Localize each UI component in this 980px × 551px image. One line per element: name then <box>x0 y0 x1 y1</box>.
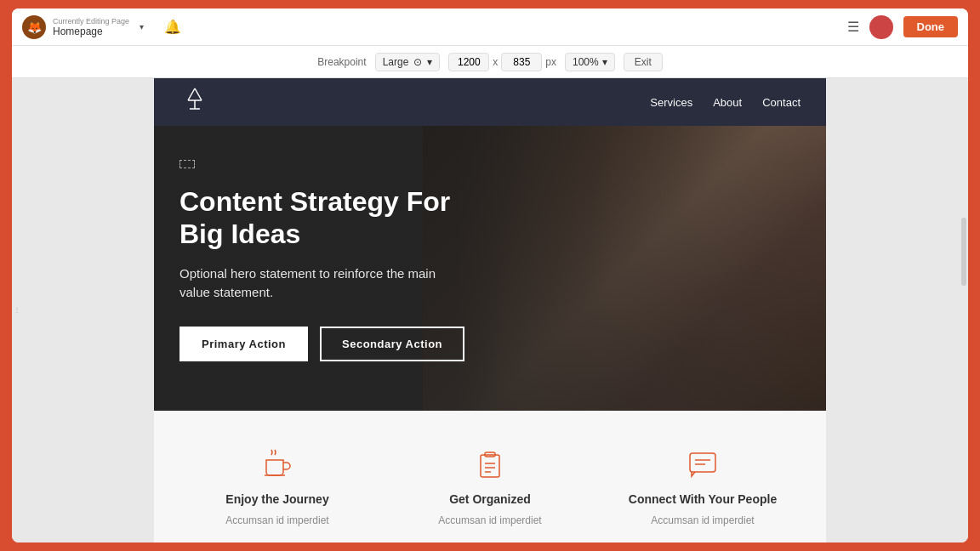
scroll-thumb[interactable] <box>961 218 966 286</box>
breakpoint-value: Large <box>383 56 409 68</box>
site-nav: Services About Contact <box>154 78 826 126</box>
top-bar-left: 🦊 Currently Editing Page Homepage ▾ 🔔 <box>22 15 181 39</box>
top-bar: 🦊 Currently Editing Page Homepage ▾ 🔔 ☰ … <box>12 9 968 46</box>
done-button[interactable]: Done <box>903 16 959 37</box>
user-avatar[interactable] <box>869 15 893 39</box>
scrollbar[interactable] <box>958 78 968 542</box>
avatar: 🦊 <box>22 15 46 39</box>
hero-buttons: Primary Action Secondary Action <box>179 327 469 361</box>
editor-chrome: 🦊 Currently Editing Page Homepage ▾ 🔔 ☰ … <box>12 9 968 542</box>
feature-desc-1: Accumsan id imperdiet <box>225 514 328 526</box>
logo-icon <box>179 85 210 116</box>
primary-action-button[interactable]: Primary Action <box>179 327 308 361</box>
feature-desc-3: Accumsan id imperdiet <box>651 514 754 526</box>
svg-rect-5 <box>481 455 499 477</box>
canvas-area: ⋮ Services About Contact <box>12 78 968 542</box>
chat-icon <box>683 445 722 484</box>
page-info: Currently Editing Page Homepage <box>53 17 129 37</box>
breakpoint-label: Breakpoint <box>317 56 366 68</box>
hero-content: Content Strategy For Big Ideas Optional … <box>179 160 469 361</box>
coffee-icon <box>258 445 297 484</box>
svg-line-0 <box>188 88 195 100</box>
site-logo <box>179 85 210 120</box>
zoom-value: 100% <box>573 56 599 68</box>
px-label: px <box>545 56 556 68</box>
feature-item-3: Connect With Your People Accumsan id imp… <box>605 445 801 526</box>
feature-item-2: Get Organized Accumsan id imperdiet <box>392 445 588 526</box>
features-section: Enjoy the Journey Accumsan id imperdiet <box>154 411 826 542</box>
dimension-inputs: x px <box>448 53 556 71</box>
secondary-action-button[interactable]: Secondary Action <box>320 327 464 361</box>
breakpoint-icon: ⊙ <box>413 56 422 68</box>
zoom-select[interactable]: 100% ▾ <box>565 53 615 71</box>
hero-subtitle: Optional hero statement to reinforce the… <box>179 264 469 303</box>
breakpoint-dropdown-arrow: ▾ <box>427 56 432 68</box>
svg-line-1 <box>195 88 202 100</box>
page-name: Homepage <box>53 26 129 37</box>
nav-link-about[interactable]: About <box>713 96 742 109</box>
handle-dots: ⋮ <box>14 307 21 314</box>
feature-title-1: Enjoy the Journey <box>225 492 328 506</box>
settings-icon[interactable]: ☰ <box>847 19 859 35</box>
editing-label: Currently Editing Page <box>53 17 129 26</box>
feature-title-3: Connect With Your People <box>629 492 777 506</box>
times-label: x <box>493 56 498 68</box>
feature-item-1: Enjoy the Journey Accumsan id imperdiet <box>179 445 375 526</box>
hero-title: Content Strategy For Big Ideas <box>179 185 469 251</box>
nav-links: Services About Contact <box>650 96 801 109</box>
width-input[interactable] <box>448 53 489 71</box>
hero-dashed-selection <box>179 160 195 168</box>
bell-icon[interactable]: 🔔 <box>164 19 181 35</box>
nav-link-contact[interactable]: Contact <box>762 96 801 109</box>
svg-rect-10 <box>690 453 715 472</box>
website-preview: Services About Contact Content Strategy … <box>154 78 826 542</box>
breakpoint-select[interactable]: Large ⊙ ▾ <box>375 53 441 71</box>
top-bar-right: ☰ Done <box>847 15 959 39</box>
exit-button[interactable]: Exit <box>624 53 663 71</box>
zoom-dropdown-arrow: ▾ <box>602 56 607 68</box>
feature-desc-2: Accumsan id imperdiet <box>438 514 541 526</box>
clipboard-icon <box>470 445 510 484</box>
height-input[interactable] <box>501 53 542 71</box>
nav-link-services[interactable]: Services <box>650 96 692 109</box>
left-resize-handle[interactable]: ⋮ <box>12 293 22 327</box>
page-dropdown-arrow[interactable]: ▾ <box>140 22 144 31</box>
breakpoint-bar: Breakpoint Large ⊙ ▾ x px 100% ▾ Exit <box>12 46 968 78</box>
hero-section: Content Strategy For Big Ideas Optional … <box>154 126 826 411</box>
feature-title-2: Get Organized <box>449 492 531 506</box>
